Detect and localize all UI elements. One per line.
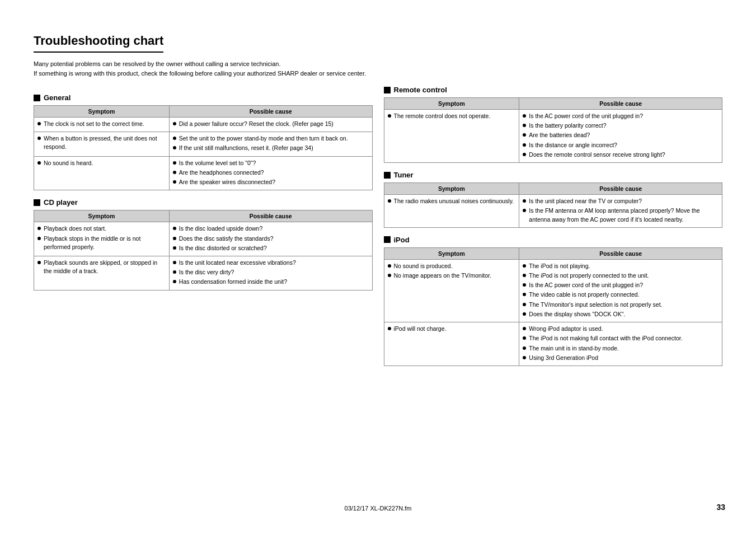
bullet-icon [523, 114, 526, 118]
cause-text: Is the disc loaded upside down? [179, 224, 369, 233]
cause-text: Has condensation formed inside the unit? [179, 278, 369, 286]
symptom-cell: The remote control does not operate. [384, 110, 519, 163]
list-item: No image appears on the TV/monitor. [388, 271, 516, 280]
list-item: The iPod is not properly connected to th… [523, 271, 719, 280]
table-row: iPod will not charge. Wrong iPod adaptor… [384, 322, 722, 366]
bullet-icon [173, 161, 176, 165]
cause-text: Is the distance or angle incorrect? [529, 141, 719, 149]
page-title: Troubleshooting chart [34, 34, 163, 53]
section-icon [34, 199, 40, 206]
cause-text: Wrong iPod adaptor is used. [529, 325, 719, 333]
list-item: Does the display shows "DOCK OK". [523, 310, 719, 318]
cause-cell: Is the volume level set to "0"? Are the … [169, 156, 372, 190]
list-item: Is the disc very dirty? [173, 268, 369, 277]
general-section-header: General [34, 93, 373, 102]
section-icon [384, 236, 391, 243]
cause-cell: Did a power failure occur? Reset the clo… [169, 118, 372, 132]
symptom-text: No sound is produced. [394, 262, 516, 270]
ipod-cause-header: Possible cause [519, 247, 722, 259]
symptom-text: No sound is heard. [44, 159, 166, 167]
cause-text: Does the display shows "DOCK OK". [529, 310, 719, 318]
cause-text: Is the FM antenna or AM loop antenna pla… [529, 207, 719, 223]
symptom-text: The remote control does not operate. [394, 112, 516, 120]
list-item: Is the AC power cord of the unit plugged… [523, 112, 719, 120]
footer: 03/12/17 XL-DK227N.fm [345, 505, 412, 512]
list-item: The main unit is in stand-by mode. [523, 344, 719, 353]
list-item: The iPod is not making full contact with… [523, 334, 719, 343]
bullet-icon [523, 264, 526, 268]
tuner-symptom-header: Symptom [384, 183, 519, 195]
page-number: 33 [716, 503, 725, 512]
bullet-icon [173, 146, 176, 149]
bullet-icon [173, 246, 176, 250]
symptom-cell: When a button is pressed, the unit does … [34, 132, 170, 156]
symptom-text: Playback sounds are skipped, or stopped … [44, 259, 166, 275]
bullet-icon [37, 261, 41, 264]
bullet-icon [523, 312, 526, 316]
list-item: Is the battery polarity correct? [523, 121, 719, 130]
table-row: The radio makes unusual noises continuou… [384, 195, 722, 228]
cause-text: The video cable is not properly connecte… [529, 291, 719, 299]
symptom-cell: Playback sounds are skipped, or stopped … [34, 256, 170, 290]
table-row: No sound is produced. No image appears o… [384, 259, 722, 322]
list-item: Did a power failure occur? Reset the clo… [173, 120, 369, 128]
cause-text: Is the disc very dirty? [179, 268, 369, 277]
section-icon [384, 87, 391, 93]
cause-text: The iPod is not making full contact with… [529, 334, 719, 343]
symptom-cell: iPod will not charge. [384, 322, 519, 366]
cause-text: Is the AC power cord of the unit plugged… [529, 112, 719, 120]
ipod-symptom-header: Symptom [384, 247, 519, 259]
list-item: iPod will not charge. [388, 325, 516, 333]
general-symptom-header: Symptom [34, 106, 170, 118]
ipod-title: iPod [394, 236, 410, 244]
bullet-icon [37, 137, 41, 140]
bullet-icon [37, 237, 41, 240]
cause-text: The TV/monitor's input selection is not … [529, 301, 719, 309]
bullet-icon [173, 227, 176, 230]
intro-text: Many potential problems can be resolved … [34, 59, 722, 78]
list-item: Using 3rd Generation iPod [523, 354, 719, 362]
symptom-text: When a button is pressed, the unit does … [44, 134, 166, 151]
symptom-cell: No sound is heard. [34, 156, 170, 190]
table-row: No sound is heard. Is the volume level s… [34, 156, 373, 190]
list-item: Are the headphones connected? [173, 168, 369, 177]
ipod-table: Symptom Possible cause No sound is produ… [384, 247, 723, 366]
list-item: No sound is heard. [37, 159, 166, 167]
cause-text: Is the AC power cord of the unit plugged… [529, 281, 719, 289]
ipod-section-header: iPod [384, 236, 723, 244]
cause-cell: Is the unit placed near the TV or comput… [519, 195, 722, 228]
bullet-icon [37, 122, 41, 125]
cause-text: The iPod is not playing. [529, 262, 719, 270]
bullet-icon [37, 161, 41, 165]
bullet-icon [388, 199, 391, 203]
table-row: When a button is pressed, the unit does … [34, 132, 373, 156]
cause-text: Set the unit to the power stand-by mode … [179, 134, 369, 143]
bullet-icon [173, 137, 176, 140]
cause-cell: Is the AC power cord of the unit plugged… [519, 110, 722, 163]
cause-text: Are the batteries dead? [529, 131, 719, 139]
bullet-icon [388, 327, 391, 330]
list-item: If the unit still malfunctions, reset it… [173, 144, 369, 152]
list-item: Is the unit placed near the TV or comput… [523, 197, 719, 205]
list-item: Is the unit located near excessive vibra… [173, 259, 369, 267]
bullet-icon [523, 346, 526, 350]
bullet-icon [523, 274, 526, 277]
cause-text: Is the unit located near excessive vibra… [179, 259, 369, 267]
symptom-cell: The clock is not set to the correct time… [34, 118, 170, 132]
remote-table: Symptom Possible cause The remote contro… [384, 97, 723, 163]
list-item: The remote control does not operate. [388, 112, 516, 120]
symptom-text: No image appears on the TV/monitor. [394, 271, 516, 280]
cause-cell: Is the disc loaded upside down? Does the… [169, 222, 372, 256]
cause-text: Are the speaker wires disconnected? [179, 178, 369, 186]
list-item: The video cable is not properly connecte… [523, 291, 719, 299]
symptom-text: iPod will not charge. [394, 325, 516, 333]
bullet-icon [523, 133, 526, 137]
cause-text: The iPod is not properly connected to th… [529, 271, 719, 280]
symptom-text: The radio makes unusual noises continuou… [394, 197, 516, 205]
bullet-icon [173, 270, 176, 274]
remote-section-header: Remote control [384, 86, 723, 94]
table-row: Playback sounds are skipped, or stopped … [34, 256, 373, 290]
left-column: General Symptom Possible cause [34, 86, 373, 369]
list-item: Is the AC power cord of the unit plugged… [523, 281, 719, 289]
bullet-icon [173, 261, 176, 264]
